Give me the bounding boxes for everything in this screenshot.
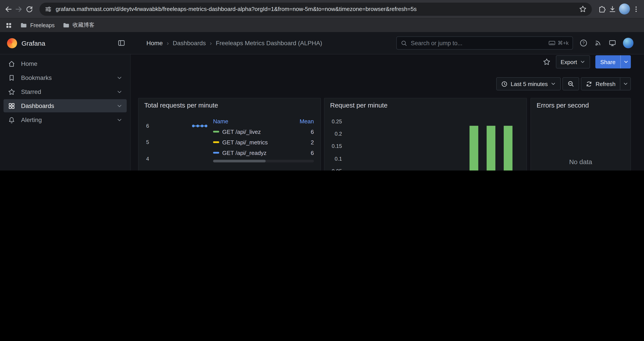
search-icon	[401, 40, 407, 46]
star-icon	[8, 88, 15, 96]
time-range-picker[interactable]: Last 5 minutes	[496, 77, 561, 90]
chevron-down-icon[interactable]	[116, 103, 122, 109]
folder-icon	[20, 22, 27, 29]
panel-legend: Name Mean GET /api/_livez 6 GET /api/_me…	[213, 116, 314, 158]
panel-title[interactable]: Errors per second	[536, 101, 589, 109]
brand-title: Grafana	[22, 39, 45, 47]
site-info-icon[interactable]	[45, 6, 52, 13]
grafana-header: Grafana Home › Dashboards › Freeleaps Me…	[0, 32, 644, 55]
legend-row: GET /api/_metrics 2	[213, 137, 314, 147]
breadcrumb-home[interactable]: Home	[146, 40, 163, 47]
bookmark-item[interactable]: Freeleaps	[20, 22, 54, 29]
download-icon[interactable]	[608, 5, 616, 13]
bookmark-star-icon[interactable]	[579, 5, 586, 13]
grafana-header-right: Search or jump to... ⌘+k ?	[396, 37, 644, 50]
sidebar-item-bookmarks[interactable]: Bookmarks	[4, 71, 127, 84]
chart-request-per-minute: 0.250.20.150.10.05017:37:0017:38:0017:39…	[324, 98, 526, 171]
bookmark-label: Freeleaps	[30, 22, 54, 28]
svg-text:?: ?	[582, 41, 584, 45]
folder-icon	[62, 22, 70, 29]
zoom-out-icon	[568, 80, 574, 87]
panel-total-requests: Total requests per minute 6543217:40 Nam…	[138, 98, 321, 171]
share-button[interactable]: Share	[596, 55, 631, 69]
bookmark-item[interactable]: 收藏博客	[62, 22, 94, 29]
legend-row: GET /api/_readyz 6	[213, 147, 314, 158]
help-icon[interactable]: ?	[580, 39, 588, 47]
panel-errors-per-second: Errors per second No data	[530, 98, 631, 171]
legend-header-name[interactable]: Name	[213, 118, 296, 124]
favorite-star-icon[interactable]	[542, 58, 550, 66]
app-body: Home Bookmarks Starred Dashboards Alerti…	[0, 55, 644, 171]
bookmark-icon	[8, 74, 15, 81]
series-swatch	[213, 131, 219, 133]
grafana-logo[interactable]	[7, 38, 17, 48]
sidebar-item-label: Bookmarks	[21, 74, 52, 81]
breadcrumb: Home › Dashboards › Freeleaps Metrics Da…	[146, 40, 322, 47]
apps-icon	[8, 102, 15, 110]
user-avatar[interactable]	[623, 38, 634, 48]
reload-button[interactable]	[26, 5, 33, 13]
sidebar-item-label: Starred	[21, 88, 41, 95]
panel-request-per-minute: Request per minute 0.250.20.150.10.05017…	[324, 98, 527, 171]
url-text[interactable]: grafana.mathmast.com/d/deytv4rwavabkb/fr…	[56, 6, 575, 12]
chevron-down-icon	[551, 81, 556, 87]
extensions-icon[interactable]	[598, 5, 606, 13]
search-shortcut: ⌘+k	[548, 40, 568, 47]
news-rss-icon[interactable]	[594, 39, 602, 47]
series-swatch	[213, 141, 219, 143]
refresh-icon	[586, 81, 592, 87]
time-controls: Last 5 minutes Refresh	[496, 77, 631, 90]
forward-button[interactable]	[15, 5, 23, 13]
sidebar-item-label: Alerting	[21, 116, 42, 123]
breadcrumb-separator: ›	[210, 40, 212, 47]
grafana-header-left: Grafana	[0, 38, 131, 48]
sidebar: Home Bookmarks Starred Dashboards Alerti…	[0, 55, 131, 171]
sidebar-item-dashboards[interactable]: Dashboards	[4, 99, 127, 112]
search-placeholder: Search or jump to...	[411, 40, 545, 46]
search-input[interactable]: Search or jump to... ⌘+k	[396, 37, 573, 50]
bookmarks-bar: Freeleaps 收藏博客	[0, 18, 644, 32]
bell-icon	[8, 116, 15, 124]
sidebar-item-label: Dashboards	[21, 102, 54, 109]
share-menu-chevron[interactable]	[620, 55, 631, 69]
breadcrumb-separator: ›	[167, 40, 169, 47]
legend-scrollbar[interactable]	[213, 160, 314, 162]
breadcrumb-current: Freeleaps Metrics Dashboard (ALPHA)	[216, 40, 322, 47]
chevron-down-icon[interactable]	[116, 89, 122, 95]
sidebar-item-label: Home	[21, 60, 38, 67]
dashboard-actions: Export Share	[542, 55, 631, 69]
keyboard-icon	[548, 40, 556, 47]
breadcrumb-dashboards[interactable]: Dashboards	[173, 40, 206, 47]
sidebar-item-starred[interactable]: Starred	[4, 85, 127, 98]
chevron-down-icon[interactable]	[116, 75, 122, 81]
dashboard-area: Export Share Last 5 minutes	[131, 55, 644, 171]
legend-row: GET /api/_livez 6	[213, 126, 314, 137]
export-button[interactable]: Export	[556, 55, 590, 69]
series-swatch	[213, 152, 219, 154]
home-icon	[8, 60, 15, 67]
no-data-message: No data	[531, 158, 630, 165]
chevron-down-icon[interactable]	[116, 117, 122, 123]
legend-header-mean[interactable]: Mean	[300, 118, 314, 124]
address-bar[interactable]: grafana.mathmast.com/d/deytv4rwavabkb/fr…	[40, 3, 592, 16]
bookmark-label: 收藏博客	[72, 22, 94, 29]
back-button[interactable]	[4, 5, 12, 13]
chevron-down-icon	[623, 81, 628, 87]
refresh-button[interactable]: Refresh	[581, 77, 631, 90]
browser-profile-avatar[interactable]	[619, 4, 630, 15]
browser-menu-icon[interactable]	[632, 6, 640, 13]
browser-toolbar: grafana.mathmast.com/d/deytv4rwavabkb/fr…	[0, 0, 644, 18]
sidebar-item-home[interactable]: Home	[4, 57, 127, 70]
screen: grafana.mathmast.com/d/deytv4rwavabkb/fr…	[0, 0, 644, 171]
kiosk-monitor-icon[interactable]	[608, 39, 616, 47]
apps-grid-icon[interactable]	[5, 22, 12, 29]
zoom-out-button[interactable]	[563, 77, 579, 90]
clock-icon	[501, 81, 508, 87]
sidebar-item-alerting[interactable]: Alerting	[4, 113, 127, 126]
refresh-interval-chevron[interactable]	[620, 78, 630, 90]
collapse-sidebar-icon[interactable]	[118, 39, 126, 47]
chevron-down-icon	[623, 59, 628, 65]
chevron-down-icon	[580, 59, 586, 65]
